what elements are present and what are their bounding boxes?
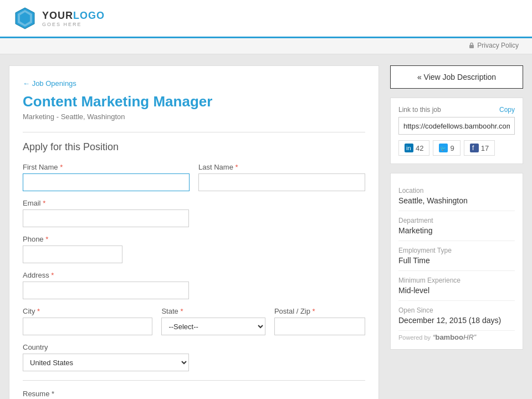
open-since-value: December 12, 2015 (18 days) bbox=[398, 316, 515, 325]
postal-input[interactable] bbox=[274, 318, 365, 335]
address-group: Address * bbox=[23, 271, 189, 299]
facebook-count: 17 bbox=[481, 144, 489, 152]
address-row: Address * bbox=[23, 271, 365, 299]
address-label: Address * bbox=[23, 271, 189, 279]
info-card: Location Seattle, Washington Department … bbox=[390, 173, 523, 350]
link-section: Link to this job Copy in 42 🐦 bbox=[390, 98, 523, 164]
phone-label: Phone * bbox=[23, 235, 122, 243]
resume-label: Resume * bbox=[23, 390, 365, 398]
city-state-postal-row: City * State * --Select-- Postal / Zip * bbox=[23, 307, 365, 335]
link-to-job-label: Link to this job bbox=[398, 106, 441, 114]
job-title: Content Marketing Manager bbox=[23, 93, 365, 110]
twitter-count: 9 bbox=[450, 144, 454, 152]
location-value: Seattle, Washington bbox=[398, 196, 515, 205]
min-experience-value: Mid-level bbox=[398, 286, 515, 295]
linkedin-share-button[interactable]: in 42 bbox=[398, 140, 429, 156]
last-name-input[interactable] bbox=[198, 173, 365, 191]
postal-label: Postal / Zip * bbox=[274, 307, 365, 315]
twitter-share-button[interactable]: 🐦 9 bbox=[433, 140, 460, 156]
name-row: First Name * Last Name * bbox=[23, 163, 365, 191]
header: YOUR LOGO GOES HERE bbox=[0, 0, 532, 38]
logo-your: YOUR bbox=[42, 10, 73, 22]
privacy-bar: Privacy Policy bbox=[0, 38, 532, 54]
job-meta: Marketing - Seattle, Washington bbox=[23, 112, 365, 121]
phone-row: Phone * bbox=[23, 235, 365, 263]
svg-text:in: in bbox=[406, 145, 411, 151]
country-row: Country United States bbox=[23, 343, 365, 371]
last-name-label: Last Name * bbox=[198, 163, 365, 171]
department-value: Marketing bbox=[398, 226, 515, 235]
linkedin-icon: in bbox=[405, 144, 413, 152]
city-label: City * bbox=[23, 307, 152, 315]
logo-icon bbox=[13, 7, 37, 30]
address-input[interactable] bbox=[23, 282, 189, 299]
phone-input[interactable] bbox=[23, 245, 122, 263]
link-label-row: Link to this job Copy bbox=[398, 106, 515, 114]
svg-rect-3 bbox=[469, 45, 474, 48]
last-name-group: Last Name * bbox=[198, 163, 365, 191]
employment-type-label: Employment Type bbox=[398, 247, 515, 254]
city-group: City * bbox=[23, 307, 152, 335]
powered-by: Powered by “bambooHR” bbox=[398, 333, 515, 341]
phone-group: Phone * bbox=[23, 235, 122, 263]
email-label: Email * bbox=[23, 199, 189, 207]
state-label: State * bbox=[161, 307, 265, 315]
first-name-input[interactable] bbox=[23, 173, 190, 191]
postal-group: Postal / Zip * bbox=[274, 307, 365, 335]
min-experience-label: Minimum Experience bbox=[398, 277, 515, 284]
country-select[interactable]: United States bbox=[23, 354, 189, 371]
department-item: Department Marketing bbox=[398, 211, 515, 241]
logo: YOUR LOGO GOES HERE bbox=[13, 7, 105, 30]
country-label: Country bbox=[23, 343, 189, 351]
breadcrumb[interactable]: Job Openings bbox=[23, 79, 365, 88]
divider-2 bbox=[23, 380, 365, 381]
linkedin-count: 42 bbox=[416, 144, 423, 152]
divider-1 bbox=[23, 132, 365, 132]
breadcrumb-link[interactable]: Job Openings bbox=[23, 79, 76, 88]
facebook-share-button[interactable]: f 17 bbox=[464, 140, 495, 156]
state-group: State * --Select-- bbox=[161, 307, 265, 335]
job-link-input[interactable] bbox=[398, 117, 515, 135]
min-experience-item: Minimum Experience Mid-level bbox=[398, 271, 515, 301]
open-since-item: Open Since December 12, 2015 (18 days) bbox=[398, 301, 515, 331]
svg-rect-8 bbox=[470, 144, 479, 152]
department-label: Department bbox=[398, 217, 515, 224]
bamboohr-logo: “bambooHR” bbox=[433, 333, 476, 341]
city-input[interactable] bbox=[23, 318, 152, 335]
copy-button[interactable]: Copy bbox=[499, 106, 515, 114]
location-label: Location bbox=[398, 187, 515, 195]
left-panel: Job Openings Content Marketing Manager M… bbox=[9, 65, 379, 399]
privacy-label: Privacy Policy bbox=[477, 42, 519, 49]
email-group: Email * bbox=[23, 199, 189, 227]
first-name-label: First Name * bbox=[23, 163, 190, 171]
country-group: Country United States bbox=[23, 343, 189, 371]
logo-text: YOUR LOGO GOES HERE bbox=[42, 10, 105, 27]
state-select[interactable]: --Select-- bbox=[161, 318, 265, 335]
lock-icon bbox=[468, 42, 475, 49]
logo-sub: GOES HERE bbox=[42, 22, 105, 27]
svg-text:🐦: 🐦 bbox=[440, 145, 447, 152]
first-name-group: First Name * bbox=[23, 163, 190, 191]
open-since-label: Open Since bbox=[398, 306, 515, 314]
email-row: Email * bbox=[23, 199, 365, 227]
employment-type-item: Employment Type Full Time bbox=[398, 241, 515, 271]
form-section-title: Apply for this Position bbox=[23, 141, 365, 153]
social-share-row: in 42 🐦 9 f 17 bbox=[398, 140, 515, 156]
right-panel: « View Job Description Link to this job … bbox=[390, 65, 523, 399]
view-job-description-button[interactable]: « View Job Description bbox=[390, 65, 523, 89]
location-item: Location Seattle, Washington bbox=[398, 181, 515, 211]
logo-logo: LOGO bbox=[73, 10, 105, 22]
main-layout: Job Openings Content Marketing Manager M… bbox=[0, 54, 532, 399]
twitter-icon: 🐦 bbox=[439, 144, 448, 152]
resume-section: Resume * Choose File 📄 No file selected bbox=[23, 390, 365, 399]
facebook-icon: f bbox=[470, 144, 479, 152]
email-input[interactable] bbox=[23, 209, 189, 227]
employment-type-value: Full Time bbox=[398, 256, 515, 265]
